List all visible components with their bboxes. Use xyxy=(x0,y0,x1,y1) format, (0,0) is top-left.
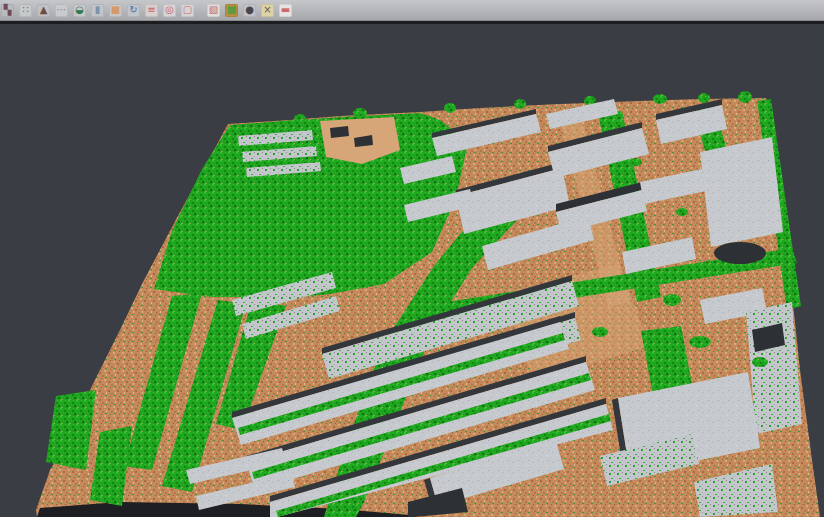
tree-bump-6 xyxy=(653,94,667,104)
toolbar-icon-delete-cross[interactable]: × xyxy=(261,4,274,17)
toolbar-icon-sparse-dots[interactable]: ⋯ xyxy=(55,4,68,17)
tree-bump-4 xyxy=(514,99,526,109)
tree-bump-3 xyxy=(444,103,456,113)
main-toolbar: ▚∷▲⋯◒▮■↻≡◎▢▧▩●×▬ xyxy=(0,0,824,21)
toolbar-icon-orange-tile[interactable]: ■ xyxy=(109,4,122,17)
application-window: ▚∷▲⋯◒▮■↻≡◎▢▧▩●×▬ xyxy=(0,0,824,517)
bldg-right-big-roof xyxy=(700,137,783,247)
veg-blob-right-3 xyxy=(752,357,768,367)
toolbar-icon-panel[interactable]: ▮ xyxy=(91,4,104,17)
toolbar-icon-selection-box[interactable]: ▢ xyxy=(181,4,194,17)
veg-blob-right-2 xyxy=(689,336,711,348)
toolbar-icon-classification[interactable]: ▩ xyxy=(225,4,238,17)
toolbar-icon-red-lines[interactable]: ≡ xyxy=(145,4,158,17)
tree-bump-2 xyxy=(353,108,367,118)
toolbar-icon-globe-refresh[interactable]: ↻ xyxy=(127,4,140,17)
veg-blob-right-1 xyxy=(663,294,681,306)
veg-blob-right-4 xyxy=(592,327,608,337)
toolbar-icon-raster-layer[interactable]: ▬ xyxy=(279,4,292,17)
toolbar-icon-clip-box[interactable]: ▧ xyxy=(207,4,220,17)
toolbar-icon-scatter-points[interactable]: ∷ xyxy=(19,4,32,17)
veg-blob-right-6 xyxy=(676,208,688,216)
viewport-3d[interactable] xyxy=(0,24,824,517)
tree-bump-7 xyxy=(698,93,710,103)
veg-blob-right-5 xyxy=(630,158,642,166)
toolbar-icon-mesh-sphere[interactable]: ● xyxy=(243,4,256,17)
toolbar-icon-green-hill[interactable]: ◒ xyxy=(73,4,86,17)
tree-bump-8 xyxy=(738,91,752,103)
clearing-building-a xyxy=(330,126,349,138)
dark-pond-blob xyxy=(714,242,766,264)
toolbar-icon-red-ring[interactable]: ◎ xyxy=(163,4,176,17)
tree-bump-1 xyxy=(294,114,306,124)
toolbar-icon-terrain[interactable]: ▲ xyxy=(37,4,50,17)
toolbar-icon-dark-tile[interactable]: ▚ xyxy=(1,4,14,17)
